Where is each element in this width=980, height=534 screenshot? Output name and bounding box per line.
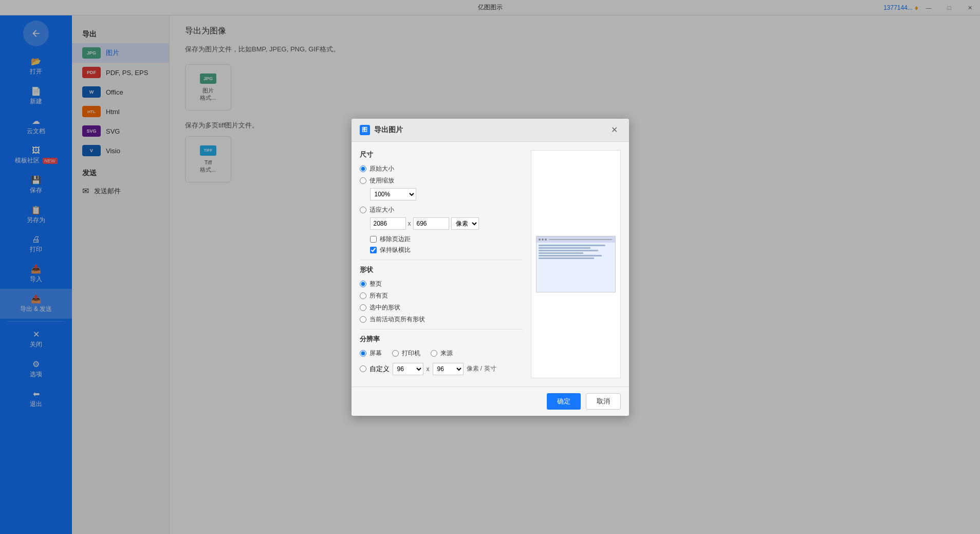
shape-radio-group: 整页 所有页 选中的形状 当前活动页所有形状 (360, 280, 523, 324)
dpi-x-select[interactable]: 96 72 150 300 (393, 363, 423, 375)
remove-border-row[interactable]: 移除页边距 (370, 235, 523, 244)
export-image-dialog: 图 导出图片 ✕ 尺寸 原始大小 使用缩放 (352, 119, 629, 416)
size-shape-divider (360, 260, 523, 260)
size-section-title: 尺寸 (360, 150, 523, 159)
dialog-body: 尺寸 原始大小 使用缩放 100% 50% 200% (352, 142, 629, 386)
resolution-section-title: 分辨率 (360, 335, 523, 344)
width-input[interactable] (370, 217, 406, 230)
preview-toolbar (537, 236, 615, 243)
fit-size-radio[interactable] (360, 207, 366, 213)
screen-radio[interactable] (360, 350, 366, 357)
dialog-title-text: 导出图片 (374, 125, 403, 135)
all-pages-radio[interactable] (360, 292, 366, 299)
selected-shapes-label: 选中的形状 (369, 303, 400, 312)
all-pages-row[interactable]: 所有页 (360, 291, 523, 300)
height-input[interactable] (413, 217, 449, 230)
dpi-x-separator: x (427, 365, 430, 373)
whole-page-radio[interactable] (360, 281, 366, 287)
dialog-title-group: 图 导出图片 (360, 125, 403, 135)
source-res-row[interactable]: 来源 (431, 349, 453, 358)
scale-input-row: 100% 50% 200% (370, 188, 523, 200)
remove-border-checkbox[interactable] (370, 236, 377, 243)
selected-shapes-radio[interactable] (360, 304, 366, 311)
resolution-radio-group: 屏幕 打印机 来源 自定义 (360, 349, 523, 375)
scale-radio[interactable] (360, 177, 366, 184)
original-size-radio[interactable] (360, 165, 366, 172)
dialog-overlay: 图 导出图片 ✕ 尺寸 原始大小 使用缩放 (0, 0, 980, 534)
keep-ratio-row[interactable]: 保持纵横比 (370, 246, 523, 254)
cancel-button[interactable]: 取消 (586, 393, 621, 410)
unit-select[interactable]: 像素 英寸 厘米 (451, 217, 479, 230)
size-radio-group: 原始大小 使用缩放 100% 50% 200% (360, 164, 523, 232)
shape-section-title: 形状 (360, 265, 523, 274)
preview-content (537, 243, 615, 292)
preview-image (536, 236, 616, 292)
fit-size-inputs: x 像素 英寸 厘米 (370, 217, 523, 230)
current-page-shapes-label: 当前活动页所有形状 (369, 315, 425, 324)
custom-dpi-radio[interactable] (360, 365, 366, 372)
original-size-row[interactable]: 原始大小 (360, 164, 523, 173)
whole-page-row[interactable]: 整页 (360, 280, 523, 288)
printer-res-row[interactable]: 打印机 (392, 349, 420, 358)
dialog-footer: 确定 取消 (352, 386, 629, 416)
keep-ratio-label: 保持纵横比 (380, 246, 411, 254)
dialog-settings: 尺寸 原始大小 使用缩放 100% 50% 200% (360, 150, 523, 378)
whole-page-label: 整页 (369, 280, 382, 288)
dpi-unit-label: 像素 / 英寸 (467, 364, 496, 373)
screen-res-row[interactable]: 屏幕 (360, 349, 382, 358)
resolution-options-row: 屏幕 打印机 来源 (360, 349, 523, 358)
fit-size-row[interactable]: 适应大小 (360, 206, 523, 214)
source-label: 来源 (440, 349, 453, 358)
dialog-header: 图 导出图片 ✕ (352, 119, 629, 142)
dpi-y-select[interactable]: 96 72 150 300 (433, 363, 464, 375)
source-radio[interactable] (431, 350, 437, 357)
screen-label: 屏幕 (369, 349, 382, 358)
printer-radio[interactable] (392, 350, 399, 357)
dialog-icon: 图 (360, 125, 370, 135)
remove-border-label: 移除页边距 (380, 235, 411, 244)
shape-resolution-divider (360, 329, 523, 329)
original-size-label: 原始大小 (369, 164, 394, 173)
preview-area (531, 151, 620, 378)
scale-row[interactable]: 使用缩放 (360, 176, 523, 185)
fit-size-label: 适应大小 (369, 206, 394, 214)
keep-ratio-checkbox[interactable] (370, 247, 377, 253)
scale-select[interactable]: 100% 50% 200% (370, 188, 416, 200)
current-page-shapes-radio[interactable] (360, 316, 366, 323)
scale-label: 使用缩放 (369, 176, 394, 185)
selected-shapes-row[interactable]: 选中的形状 (360, 303, 523, 312)
current-page-shapes-row[interactable]: 当前活动页所有形状 (360, 315, 523, 324)
custom-dpi-row: 自定义 96 72 150 300 x 96 72 150 300 (360, 363, 523, 375)
all-pages-label: 所有页 (369, 291, 388, 300)
custom-dpi-label: 自定义 (369, 364, 390, 374)
dialog-close-button[interactable]: ✕ (608, 124, 621, 136)
x-separator: x (408, 220, 411, 227)
confirm-button[interactable]: 确定 (547, 393, 581, 410)
printer-label: 打印机 (402, 349, 420, 358)
dialog-preview (531, 150, 621, 378)
